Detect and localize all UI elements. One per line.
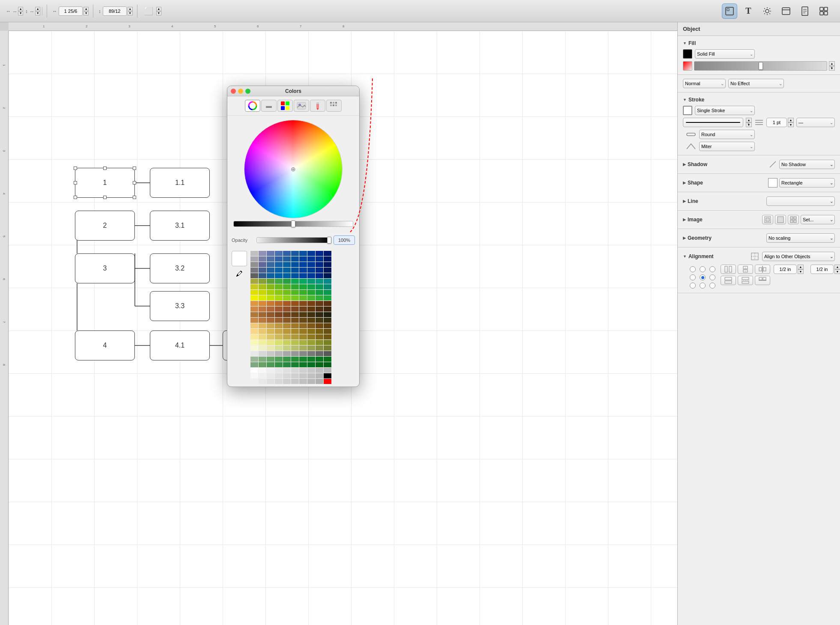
color-cell[interactable]: [267, 262, 274, 267]
color-cell[interactable]: [316, 262, 323, 267]
sliders-tab[interactable]: ▬: [261, 100, 277, 112]
canvas-area[interactable]: 1 2 3 4 5 6 7 8 1 2 3 4 5 6 7 8: [0, 22, 677, 625]
color-cell[interactable]: [283, 351, 291, 356]
color-cell[interactable]: [324, 329, 331, 334]
diagram-box-41[interactable]: 4.1: [150, 330, 210, 360]
color-cell[interactable]: [259, 312, 266, 317]
color-cell[interactable]: [299, 290, 307, 295]
color-cell[interactable]: [267, 301, 274, 306]
maximize-btn[interactable]: [245, 89, 250, 94]
color-cell[interactable]: [267, 351, 274, 356]
v-spacing-spin[interactable]: ▲ ▼: [834, 265, 840, 274]
color-cell[interactable]: [259, 301, 266, 306]
shape-section-header[interactable]: ▶ Shape Rectangle Rounded Rectangle Oval: [683, 176, 835, 189]
cap-style-select[interactable]: Round Butt Square: [699, 130, 755, 139]
image-tile-btn[interactable]: [788, 215, 799, 224]
close-btn[interactable]: [231, 89, 236, 94]
color-cell[interactable]: [267, 284, 274, 289]
color-cell[interactable]: [259, 295, 266, 301]
handle-ml[interactable]: [74, 181, 77, 185]
grid-tool-btn[interactable]: [816, 3, 831, 19]
color-cell[interactable]: [299, 340, 307, 345]
handle-mr[interactable]: [133, 181, 136, 185]
color-cell[interactable]: [259, 373, 266, 378]
dist-h-right-btn[interactable]: [755, 265, 770, 274]
color-cell[interactable]: [316, 307, 323, 312]
x-spin[interactable]: ▲▼: [18, 7, 23, 15]
color-cell[interactable]: [291, 279, 299, 284]
color-cell[interactable]: [324, 290, 331, 295]
image-fill-btn[interactable]: [775, 215, 786, 224]
color-cell[interactable]: [267, 279, 274, 284]
color-cell[interactable]: [291, 256, 299, 262]
image-tab[interactable]: [294, 100, 309, 112]
stroke-spin[interactable]: ▲ ▼: [746, 118, 752, 127]
color-cell[interactable]: [250, 262, 258, 267]
shape-type-select[interactable]: Rectangle Rounded Rectangle Oval: [779, 178, 835, 188]
diagram-box-11[interactable]: 1.1: [150, 168, 210, 198]
color-cell[interactable]: [291, 251, 299, 256]
h-spacing-down[interactable]: ▼: [798, 269, 804, 274]
color-cell[interactable]: [299, 379, 307, 384]
color-cell[interactable]: [275, 295, 283, 301]
diagram-box-32[interactable]: 3.2: [150, 253, 210, 283]
color-cell[interactable]: [324, 251, 331, 256]
color-cell[interactable]: [283, 312, 291, 317]
color-cell[interactable]: [275, 373, 283, 378]
opacity-thumb[interactable]: [327, 237, 331, 244]
color-cell[interactable]: [316, 351, 323, 356]
align-bl[interactable]: [690, 283, 696, 289]
color-cell[interactable]: [299, 307, 307, 312]
color-cell[interactable]: [275, 329, 283, 334]
color-cell[interactable]: [283, 373, 291, 378]
stroke-width-up[interactable]: ▲: [788, 118, 794, 122]
color-cell[interactable]: [259, 368, 266, 373]
color-cell[interactable]: [291, 307, 299, 312]
color-cell[interactable]: [316, 323, 323, 328]
color-cell[interactable]: [250, 307, 258, 312]
color-cell[interactable]: [267, 323, 274, 328]
color-cell[interactable]: [307, 279, 315, 284]
doc-tool-btn[interactable]: [797, 3, 813, 19]
color-cell[interactable]: [250, 368, 258, 373]
color-cell[interactable]: [316, 345, 323, 351]
image-set-select[interactable]: Set...: [801, 215, 835, 224]
stroke-section-header[interactable]: ▼ Stroke: [683, 95, 835, 104]
color-cell[interactable]: [324, 368, 331, 373]
color-cell[interactable]: [324, 373, 331, 378]
color-cell[interactable]: [324, 318, 331, 323]
dist-h-center-btn[interactable]: [738, 265, 753, 274]
color-cell[interactable]: [307, 318, 315, 323]
color-cell[interactable]: [250, 357, 258, 362]
minimize-btn[interactable]: [238, 89, 243, 94]
color-cell[interactable]: [324, 345, 331, 351]
color-cell[interactable]: [299, 301, 307, 306]
color-cell[interactable]: [275, 345, 283, 351]
color-cell[interactable]: [259, 318, 266, 323]
color-cell[interactable]: [283, 273, 291, 278]
color-cell[interactable]: [299, 368, 307, 373]
color-cell[interactable]: [283, 284, 291, 289]
eyedropper-btn[interactable]: 🖍: [233, 268, 245, 280]
color-cell[interactable]: [324, 334, 331, 339]
color-cell[interactable]: [283, 334, 291, 339]
color-cell[interactable]: [267, 268, 274, 273]
color-cell[interactable]: [259, 345, 266, 351]
color-cell[interactable]: [307, 273, 315, 278]
color-cell[interactable]: [291, 268, 299, 273]
color-cell[interactable]: [316, 357, 323, 362]
color-cell[interactable]: [307, 251, 315, 256]
stroke-width-down[interactable]: ▼: [788, 122, 794, 127]
color-cell[interactable]: [307, 340, 315, 345]
color-cell[interactable]: [316, 268, 323, 273]
color-cell[interactable]: [324, 340, 331, 345]
color-cell[interactable]: [275, 323, 283, 328]
color-cell[interactable]: [283, 357, 291, 362]
color-cell[interactable]: [275, 251, 283, 256]
color-cell[interactable]: [316, 290, 323, 295]
color-cell[interactable]: [275, 379, 283, 384]
color-cell[interactable]: [291, 351, 299, 356]
blend-mode-select[interactable]: Normal Multiply Screen Overlay: [683, 79, 726, 88]
color-cell[interactable]: [299, 323, 307, 328]
fill-spin[interactable]: ▲ ▼: [829, 61, 835, 71]
